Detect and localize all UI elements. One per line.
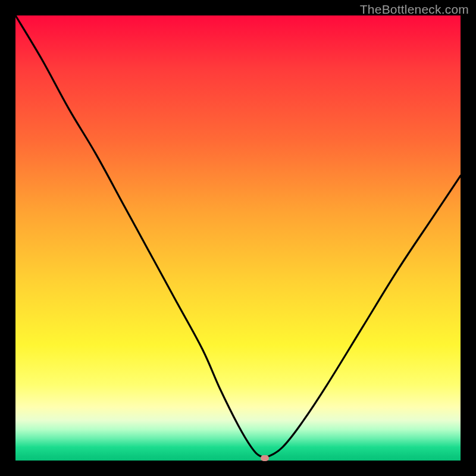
bottleneck-curve bbox=[15, 15, 461, 461]
chart-frame: TheBottleneck.com bbox=[0, 0, 476, 476]
attribution-text: TheBottleneck.com bbox=[360, 2, 469, 17]
plot-area bbox=[15, 15, 461, 461]
optimal-point-marker bbox=[261, 455, 269, 461]
